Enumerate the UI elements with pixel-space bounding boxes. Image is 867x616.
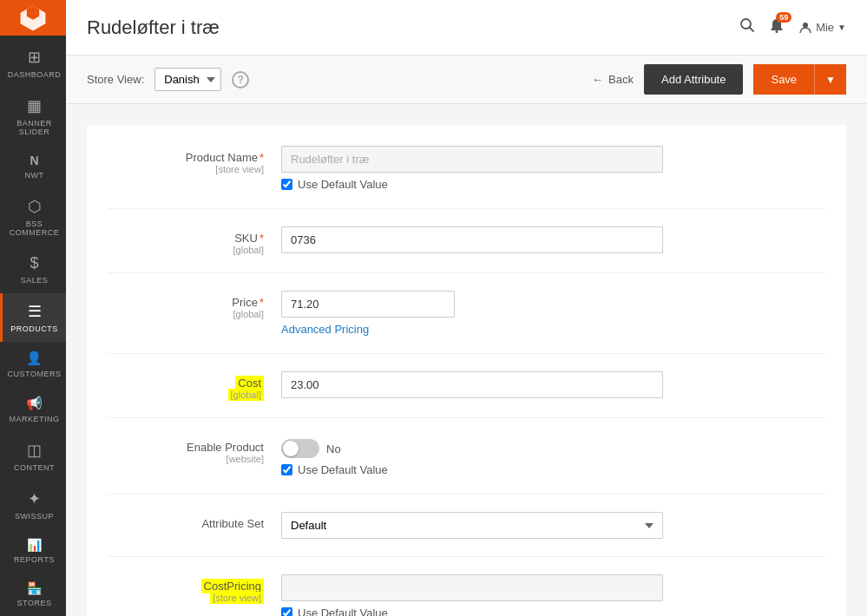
sku-input[interactable] <box>281 226 663 253</box>
enable-product-row: Enable Product [website] No Use Default … <box>108 436 825 495</box>
cost-label: Cost [global] <box>108 371 281 400</box>
cost-pricing-default-label[interactable]: Use Default Value <box>298 606 388 616</box>
advanced-pricing-link[interactable]: Advanced Pricing <box>281 323 825 336</box>
sidebar-item-label: DASHBOARD <box>8 70 62 79</box>
cost-pricing-row: CostPricing [store view] Use Default Val… <box>108 574 825 616</box>
svg-point-2 <box>776 30 778 33</box>
content-area: Product Name* [store view] Use Default V… <box>66 104 867 616</box>
sidebar-item-label: REPORTS <box>14 555 55 564</box>
nwt-icon: N <box>30 154 38 167</box>
sidebar-item-nwt[interactable]: N NWT <box>0 145 66 188</box>
sidebar-item-banner-slider[interactable]: ▦ BANNER SLIDER <box>0 88 66 145</box>
content-icon: ◫ <box>27 441 42 460</box>
cost-pricing-default-row: Use Default Value <box>281 606 825 616</box>
attribute-set-control: Default <box>281 512 825 539</box>
required-star: * <box>259 232 264 245</box>
sidebar-item-dashboard[interactable]: ⊞ DASHBOARD <box>0 39 66 88</box>
price-control: Advanced Pricing <box>281 291 825 336</box>
user-icon <box>798 21 812 35</box>
bss-icon: ⬡ <box>28 197 42 216</box>
sidebar-item-products[interactable]: ☰ PRODUCTS <box>0 293 66 342</box>
back-label: Back <box>608 73 634 86</box>
back-button[interactable]: ← Back <box>592 73 634 86</box>
toolbar: Store View: Danish ? ← Back Add Attribut… <box>66 56 867 104</box>
back-arrow-icon: ← <box>592 73 603 86</box>
enable-product-no-label: No <box>326 442 341 455</box>
product-name-input[interactable] <box>281 146 663 173</box>
sidebar-item-stores[interactable]: 🏪 STORES <box>0 573 66 616</box>
cost-row: Cost [global] <box>108 371 825 418</box>
sidebar-item-marketing[interactable]: 📢 MARKETING <box>0 387 66 432</box>
cost-pricing-control: Use Default Value <box>281 574 825 616</box>
product-name-label: Product Name* [store view] <box>108 146 281 174</box>
help-icon[interactable]: ? <box>232 71 249 88</box>
save-dropdown-icon: ▼ <box>825 74 836 86</box>
sidebar-item-label: CUSTOMERS <box>8 370 62 378</box>
cost-pricing-input[interactable] <box>281 574 663 601</box>
user-menu-button[interactable]: Mie ▼ <box>798 21 846 35</box>
sidebar-item-label: PRODUCTS <box>10 324 58 333</box>
sales-icon: $ <box>30 254 38 272</box>
sidebar-item-customers[interactable]: 👤 CUSTOMERS <box>0 342 66 387</box>
svg-point-3 <box>803 23 808 28</box>
enable-product-toggle[interactable] <box>281 439 319 458</box>
product-name-default-label[interactable]: Use Default Value <box>298 178 388 191</box>
sidebar-item-sales[interactable]: $ SALES <box>0 246 66 293</box>
price-row: Price* [global] Advanced Pricing <box>108 291 825 354</box>
page-title: Rudeløfter i træ <box>87 16 220 39</box>
sku-control <box>281 226 825 253</box>
enable-product-control: No Use Default Value <box>281 436 825 476</box>
attribute-set-select[interactable]: Default <box>281 512 663 539</box>
user-name: Mie <box>816 21 834 34</box>
sidebar-item-label: MARKETING <box>9 415 59 423</box>
sidebar-item-swissup[interactable]: ✦ SWISSUP <box>0 481 66 529</box>
marketing-icon: 📢 <box>26 396 43 411</box>
notification-button[interactable]: 59 <box>769 17 785 37</box>
price-input[interactable] <box>281 291 455 318</box>
sidebar: ⊞ DASHBOARD ▦ BANNER SLIDER N NWT ⬡ BSS … <box>0 0 66 616</box>
sidebar-item-label: STORES <box>17 599 52 607</box>
required-star: * <box>259 296 264 309</box>
product-name-default-checkbox[interactable] <box>281 179 292 190</box>
stores-icon: 🏪 <box>27 581 42 595</box>
required-star: * <box>259 151 264 164</box>
search-button[interactable] <box>739 17 755 37</box>
attribute-set-label: Attribute Set <box>108 512 281 530</box>
store-view-label: Store View: <box>87 73 144 86</box>
enable-product-default-checkbox[interactable] <box>281 464 292 475</box>
sidebar-item-label: BSS COMMERCE <box>6 220 62 237</box>
sku-row: SKU* [global] <box>108 226 825 273</box>
enable-product-default-row: Use Default Value <box>281 463 825 476</box>
sidebar-item-label: SALES <box>21 276 49 285</box>
cost-scope-highlight: [global] <box>228 389 264 401</box>
sidebar-item-content[interactable]: ◫ CONTENT <box>0 432 66 481</box>
cost-input[interactable] <box>281 371 663 398</box>
sidebar-logo[interactable] <box>0 0 66 36</box>
enable-product-label: Enable Product [website] <box>108 436 281 464</box>
user-dropdown-icon: ▼ <box>837 23 846 32</box>
add-attribute-button[interactable]: Add Attribute <box>644 64 743 95</box>
enable-product-default-label[interactable]: Use Default Value <box>298 463 388 476</box>
product-name-control: Use Default Value <box>281 146 825 191</box>
top-header: Rudeløfter i træ 59 Mie <box>66 0 867 56</box>
banner-slider-icon: ▦ <box>27 96 42 115</box>
price-label: Price* [global] <box>108 291 281 319</box>
sidebar-item-label: BANNER SLIDER <box>6 119 62 136</box>
sidebar-item-label: CONTENT <box>14 463 55 472</box>
reports-icon: 📊 <box>27 538 42 552</box>
save-button[interactable]: Save <box>753 64 815 95</box>
product-name-row: Product Name* [store view] Use Default V… <box>108 146 825 209</box>
attribute-set-row: Attribute Set Default <box>108 512 825 557</box>
form-section: Product Name* [store view] Use Default V… <box>87 125 846 616</box>
sidebar-item-label: SWISSUP <box>15 512 54 521</box>
store-view-select[interactable]: Danish <box>154 68 221 91</box>
enable-product-toggle-wrap: No <box>281 436 825 458</box>
header-actions: 59 Mie ▼ <box>739 17 846 37</box>
save-dropdown-button[interactable]: ▼ <box>815 64 846 95</box>
notification-badge: 59 <box>776 12 791 23</box>
cost-pricing-default-checkbox[interactable] <box>281 607 292 616</box>
svg-line-1 <box>750 28 754 32</box>
products-icon: ☰ <box>28 302 42 321</box>
sidebar-item-bss[interactable]: ⬡ BSS COMMERCE <box>0 188 66 246</box>
sidebar-item-reports[interactable]: 📊 REPORTS <box>0 529 66 573</box>
